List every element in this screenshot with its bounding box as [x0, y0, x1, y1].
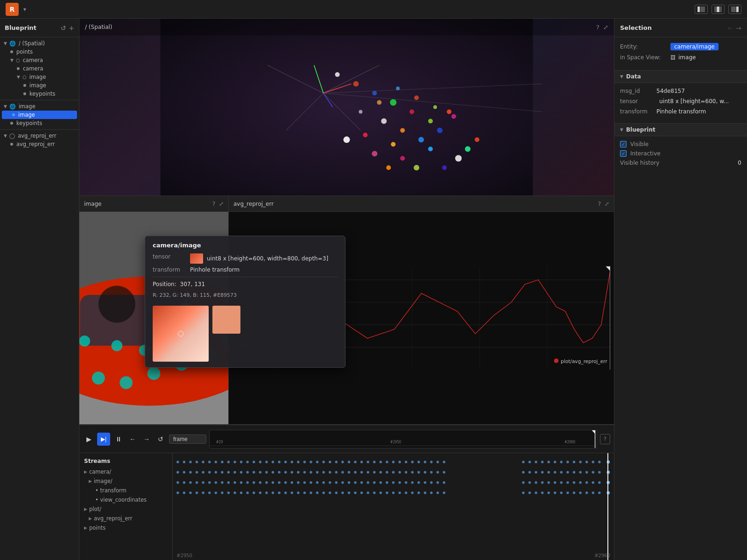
svg-point-129: [424, 461, 426, 463]
pause-btn[interactable]: ⏸: [113, 434, 124, 445]
svg-point-300: [424, 491, 426, 494]
tree-item-image-section[interactable]: ▼ 🌐 image: [0, 102, 79, 111]
data-section-header[interactable]: ▼ Data: [614, 70, 747, 83]
tree-item-avg-section[interactable]: ▼ ◯ avg_reproj_err: [0, 132, 79, 140]
msg-id-val: 54de8157: [656, 88, 685, 94]
stream-points[interactable]: ▶ points: [79, 523, 172, 532]
view3d-help-btn[interactable]: ?: [596, 24, 599, 31]
tree-item-points[interactable]: points: [0, 48, 79, 56]
svg-point-280: [297, 491, 299, 494]
svg-point-55: [120, 376, 133, 389]
svg-point-177: [366, 471, 369, 473]
frame-input[interactable]: [169, 434, 206, 444]
svg-point-115: [335, 461, 338, 463]
svg-point-272: [246, 491, 248, 494]
visible-checkbox[interactable]: ✓: [620, 141, 627, 147]
loop-btn[interactable]: ↺: [155, 434, 166, 445]
svg-point-167: [303, 471, 306, 473]
svg-point-219: [272, 481, 274, 483]
svg-point-103: [259, 461, 261, 463]
viz-3d-scene[interactable]: [79, 19, 614, 196]
svg-point-138: [554, 461, 556, 463]
app-title-dropdown[interactable]: ▾: [23, 6, 26, 13]
timeline-help-btn[interactable]: ?: [600, 434, 610, 444]
tree-item-keypoints1[interactable]: keypoints: [0, 90, 79, 98]
svg-point-202: [598, 471, 600, 473]
svg-point-200: [585, 471, 588, 473]
image-panel-help[interactable]: ?: [212, 201, 215, 207]
svg-point-174: [348, 471, 350, 473]
view3d-expand-btn[interactable]: ⤢: [603, 24, 608, 31]
view3d-title: / (Spatial): [85, 24, 113, 30]
svg-point-54: [92, 371, 105, 385]
layout-icon-left[interactable]: [695, 5, 708, 14]
svg-point-149: [189, 471, 191, 473]
tree-item-image-group[interactable]: ▼ ⬡ image: [0, 73, 79, 81]
interactive-checkbox[interactable]: ✓: [620, 150, 627, 157]
svg-point-15: [335, 72, 340, 77]
selection-nav-forward[interactable]: →: [736, 24, 741, 32]
svg-point-170: [322, 471, 324, 473]
plot-panel-expand[interactable]: ⤢: [605, 201, 609, 207]
sidebar-reset-btn[interactable]: ↺: [61, 24, 66, 32]
tree-item-camera-group[interactable]: ▼ ⬡ camera: [0, 56, 79, 64]
layout-icon-center[interactable]: [712, 5, 725, 14]
layout-icon-right[interactable]: [728, 5, 741, 14]
sidebar-title: Blueprint: [5, 24, 36, 31]
svg-point-34: [386, 165, 391, 170]
tree-item-image-selected[interactable]: image: [2, 111, 77, 119]
plot-panel-help[interactable]: ?: [598, 201, 601, 207]
svg-point-306: [535, 491, 537, 494]
selection-nav-back[interactable]: ←: [728, 24, 733, 32]
app-logo[interactable]: R: [6, 3, 19, 16]
svg-point-160: [259, 471, 261, 473]
svg-point-147: [176, 471, 179, 473]
svg-point-179: [380, 471, 382, 473]
tree-item-image-leaf[interactable]: image: [0, 81, 79, 90]
svg-rect-0: [698, 7, 700, 12]
svg-point-21: [400, 128, 405, 133]
play-btn[interactable]: ▶: [83, 434, 94, 445]
svg-point-263: [189, 491, 191, 494]
tree-item-keypoints2[interactable]: keypoints: [0, 119, 79, 127]
stream-plot[interactable]: ▶ plot/: [79, 504, 172, 514]
svg-rect-6: [736, 7, 739, 12]
blueprint-section-header[interactable]: ▼ Blueprint: [614, 123, 747, 136]
svg-point-106: [278, 461, 280, 463]
svg-point-173: [341, 471, 344, 473]
image-panel-expand[interactable]: ⤢: [219, 201, 224, 207]
svg-point-148: [183, 471, 185, 473]
svg-point-265: [202, 491, 204, 494]
svg-point-118: [354, 461, 356, 463]
svg-point-157: [240, 471, 242, 473]
sidebar: Blueprint ↺ + ▼ 🌐 / (Spatial) points ▼ ⬡…: [0, 19, 79, 560]
svg-point-116: [341, 461, 344, 463]
stream-transform[interactable]: • transform: [79, 486, 172, 495]
svg-point-307: [541, 491, 543, 494]
space-view-key: in Space View:: [620, 54, 667, 61]
tree-item-camera[interactable]: camera: [0, 64, 79, 73]
svg-point-262: [183, 491, 185, 494]
forward-btn[interactable]: →: [141, 434, 152, 445]
stream-avg-reproj-err[interactable]: ▶ avg_reproj_err: [79, 514, 172, 523]
tree-item-spatial[interactable]: ▼ 🌐 / (Spatial): [0, 39, 79, 48]
timeline-ruler[interactable]: #29 #2950 #2960: [209, 430, 597, 448]
stream-camera[interactable]: ▶ camera/: [79, 467, 172, 476]
tooltip-popup: camera/image tensor uint8 x [height=600,…: [145, 236, 345, 368]
sidebar-add-btn[interactable]: +: [69, 24, 74, 32]
step-forward-btn[interactable]: ▶|: [97, 433, 110, 446]
center-area: / (Spatial) ? ⤢: [79, 19, 614, 560]
svg-point-28: [437, 127, 443, 133]
svg-point-297: [405, 491, 407, 494]
back-btn[interactable]: ←: [127, 434, 138, 445]
tree-item-avg-leaf[interactable]: avg_reproj_err: [0, 140, 79, 148]
svg-point-39: [377, 100, 381, 105]
stream-image[interactable]: ▶ image/: [79, 476, 172, 486]
svg-point-313: [579, 491, 581, 494]
stream-view-coords[interactable]: • view_coordinates: [79, 495, 172, 504]
svg-point-132: [443, 461, 445, 463]
svg-point-185: [417, 471, 420, 473]
svg-point-255: [573, 481, 575, 483]
tooltip-tensor-thumb: [190, 253, 203, 264]
svg-point-123: [386, 461, 388, 463]
